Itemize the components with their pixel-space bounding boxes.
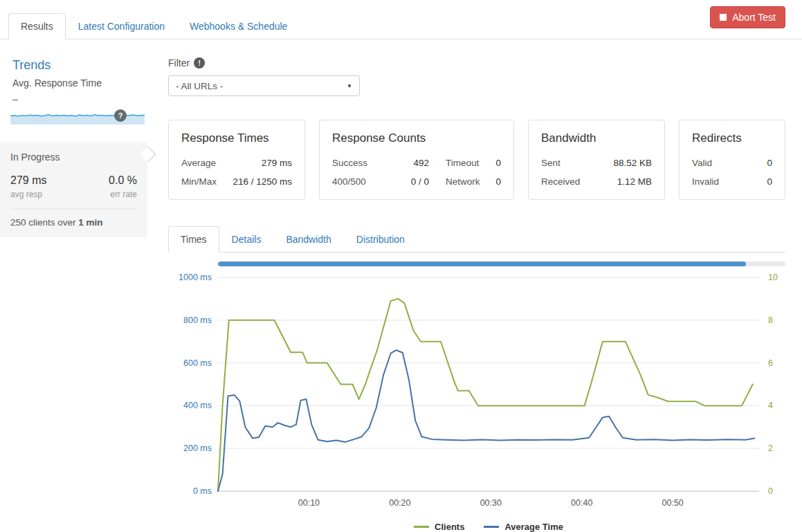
- err-rate-label: err rate: [109, 190, 137, 199]
- row-label: 400/500: [332, 176, 374, 187]
- svg-text:00:40: 00:40: [571, 498, 592, 508]
- svg-text:2: 2: [768, 443, 773, 453]
- svg-text:400 ms: 400 ms: [183, 401, 212, 410]
- svg-text:600 ms: 600 ms: [183, 358, 212, 368]
- redirects-card: Redirects Valid 0 Invalid 0: [679, 120, 785, 200]
- svg-text:0 ms: 0 ms: [193, 486, 212, 496]
- svg-text:00:20: 00:20: [389, 498, 410, 508]
- test-status: In Progress: [10, 152, 137, 163]
- tab-latest-configuration[interactable]: Latest Configuration: [66, 13, 177, 39]
- test-stats-row: 279 ms avg resp 0.0 % err rate: [10, 174, 137, 199]
- row-value: 0: [767, 176, 772, 187]
- avg-resp-label: avg resp: [10, 190, 46, 199]
- avg-resp-value: 279 ms: [10, 174, 46, 187]
- filter-row: Filter ! - All URLs - ▼: [168, 57, 785, 96]
- times-chart-panel: 0 ms0200 ms2400 ms4600 ms6800 ms81000 ms…: [168, 262, 785, 532]
- summary-cards: Response Times Average 279 ms Min/Max 21…: [168, 120, 785, 200]
- avg-response-time-label: Avg. Response Time: [12, 77, 147, 89]
- card-title: Response Counts: [332, 131, 501, 145]
- row-label: Received: [541, 176, 580, 187]
- card-row: Sent 88.52 KB: [541, 158, 652, 168]
- response-times-card: Response Times Average 279 ms Min/Max 21…: [168, 120, 305, 200]
- row-value: 1.12 MB: [617, 176, 652, 187]
- row-label: Sent: [541, 158, 561, 168]
- card-row: Received 1.12 MB: [541, 176, 652, 187]
- card-row: Min/Max 216 / 1250 ms: [181, 176, 292, 187]
- err-rate-stat: 0.0 % err rate: [109, 174, 137, 199]
- abort-test-button[interactable]: Abort Test: [710, 6, 785, 28]
- info-icon[interactable]: !: [194, 57, 205, 68]
- test-summary-duration: 1 min: [78, 217, 102, 228]
- svg-text:800 ms: 800 ms: [183, 315, 212, 325]
- row-value: 0: [767, 158, 772, 168]
- tab-distribution[interactable]: Distribution: [344, 226, 417, 253]
- card-row: Invalid 0: [692, 176, 772, 187]
- tab-webhooks-schedule[interactable]: Webhooks & Schedule: [177, 13, 300, 39]
- row-label: Success: [332, 158, 374, 168]
- row-value: 279 ms: [262, 158, 292, 168]
- tab-chart-bandwidth[interactable]: Bandwidth: [273, 226, 343, 253]
- card-row: Average 279 ms: [181, 158, 292, 168]
- row-label: Network: [446, 176, 486, 187]
- test-summary: 250 clients over 1 min: [10, 208, 137, 228]
- caret-down-icon: ▼: [347, 83, 352, 89]
- sidebar: Trends Avg. Response Time – ? In Progres…: [0, 39, 147, 532]
- url-filter-selected-value: - All URLs -: [176, 81, 223, 91]
- filter-label: Filter !: [168, 57, 205, 68]
- trends-sparkline-wrap: ?: [9, 107, 146, 125]
- card-title: Redirects: [692, 131, 772, 145]
- row-value: 88.52 KB: [613, 158, 652, 168]
- legend-label-average-time: Average Time: [504, 522, 563, 532]
- svg-text:10: 10: [768, 273, 778, 282]
- average-time-line-swatch: [484, 526, 499, 528]
- times-chart: 0 ms0200 ms2400 ms4600 ms6800 ms81000 ms…: [168, 270, 785, 509]
- main-content: Filter ! - All URLs - ▼ Response Times A…: [147, 39, 802, 532]
- test-progress-fill: [218, 262, 746, 266]
- svg-text:00:50: 00:50: [662, 498, 684, 508]
- card-title: Bandwidth: [541, 131, 652, 145]
- trends-title: Trends: [12, 58, 147, 73]
- in-progress-panel: In Progress 279 ms avg resp 0.0 % err ra…: [0, 142, 147, 237]
- card-row: Valid 0: [692, 158, 772, 168]
- svg-text:8: 8: [768, 315, 773, 325]
- legend-item-average-time: Average Time: [484, 522, 563, 532]
- tab-times[interactable]: Times: [168, 226, 219, 253]
- row-label: Average: [181, 158, 216, 168]
- svg-text:00:30: 00:30: [480, 498, 502, 508]
- svg-text:4: 4: [768, 401, 773, 410]
- avg-response-time-value: –: [12, 93, 147, 104]
- svg-text:6: 6: [768, 358, 773, 368]
- filter-label-text: Filter: [168, 57, 190, 68]
- err-rate-value: 0.0 %: [109, 174, 137, 187]
- card-row: Success 492 Timeout 0: [332, 158, 501, 168]
- chart-legend: Clients Average Time: [218, 522, 759, 532]
- url-filter-select[interactable]: - All URLs - ▼: [168, 75, 360, 96]
- response-counts-card: Response Counts Success 492 Timeout 0 40…: [319, 120, 514, 200]
- svg-text:200 ms: 200 ms: [183, 443, 212, 453]
- help-icon[interactable]: ?: [114, 109, 127, 122]
- svg-text:00:10: 00:10: [298, 498, 320, 508]
- test-progress-bar: [218, 262, 785, 266]
- test-summary-prefix: 250 clients over: [10, 217, 78, 228]
- legend-label-clients: Clients: [435, 522, 464, 532]
- row-label: Invalid: [692, 176, 719, 187]
- stop-icon: [720, 14, 727, 21]
- svg-text:1000 ms: 1000 ms: [179, 273, 212, 282]
- bandwidth-card: Bandwidth Sent 88.52 KB Received 1.12 MB: [528, 120, 665, 200]
- row-value: 0 / 0: [374, 176, 446, 187]
- row-label: Min/Max: [181, 176, 217, 187]
- chart-tab-bar: Times Details Bandwidth Distribution: [168, 226, 785, 253]
- top-tab-bar: Results Latest Configuration Webhooks & …: [0, 0, 802, 39]
- tab-results[interactable]: Results: [8, 13, 66, 39]
- legend-item-clients: Clients: [414, 522, 464, 532]
- card-row: 400/500 0 / 0 Network 0: [332, 176, 501, 187]
- row-value: 216 / 1250 ms: [233, 176, 292, 187]
- row-label: Timeout: [446, 158, 486, 168]
- svg-text:0: 0: [768, 486, 773, 496]
- abort-test-label: Abort Test: [732, 12, 776, 23]
- row-value: 492: [374, 158, 446, 168]
- row-label: Valid: [692, 158, 712, 168]
- clients-line-swatch: [414, 526, 429, 528]
- tab-details[interactable]: Details: [219, 226, 274, 253]
- avg-resp-stat: 279 ms avg resp: [10, 174, 46, 199]
